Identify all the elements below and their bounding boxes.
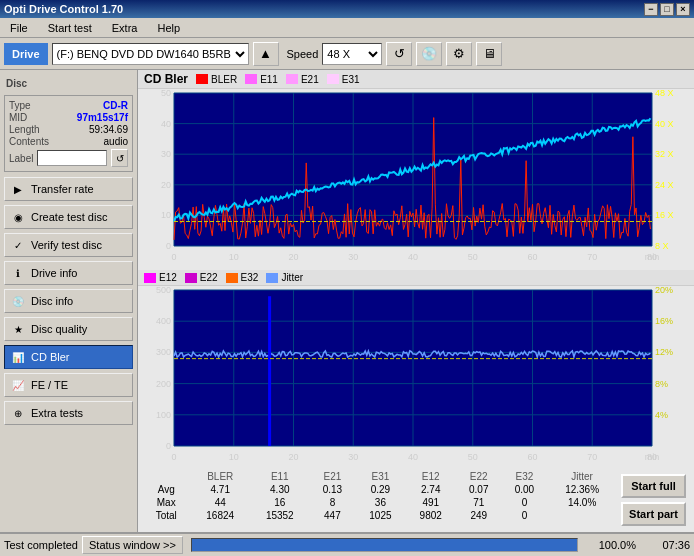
sidebar-item-cd-bler[interactable]: 📊 CD Bler [4,345,133,369]
drive-info-label: Drive info [31,267,77,279]
verify-test-icon: ✓ [11,238,25,252]
chart2-legend-jitter: Jitter [266,272,303,283]
chart1-title: CD Bler [144,72,188,86]
sidebar-item-disc-quality[interactable]: ★ Disc quality [4,317,133,341]
max-bler: 44 [190,496,250,509]
cd-bler-label: CD Bler [31,351,70,363]
max-e22: 71 [456,496,502,509]
start-part-button[interactable]: Start part [621,502,686,526]
col-header-e12: E12 [406,470,456,483]
progress-bar-fill [192,539,577,551]
e12-color [144,273,156,283]
table-row-avg: Avg 4.71 4.30 0.13 0.29 2.74 0.07 0.00 1… [142,483,617,496]
col-header-bler: BLER [190,470,250,483]
monitor-icon[interactable]: 🖥 [476,42,502,66]
length-value: 59:34.69 [89,124,128,135]
total-bler: 16824 [190,509,250,522]
sidebar-item-transfer-rate[interactable]: ▶ Transfer rate [4,177,133,201]
disc-icon[interactable]: 💿 [416,42,442,66]
close-button[interactable]: × [676,3,690,16]
title-bar: Opti Drive Control 1.70 − □ × [0,0,694,18]
settings-icon[interactable]: ⚙ [446,42,472,66]
max-label: Max [142,496,190,509]
refresh-icon[interactable]: ↺ [386,42,412,66]
disc-info-panel: Type CD-R MID 97m15s17f Length 59:34.69 … [4,95,133,172]
label-key: Label [9,153,33,164]
disc-info-icon: 💿 [11,294,25,308]
menu-extra[interactable]: Extra [106,20,144,36]
col-header-empty [142,470,190,483]
drive-label: Drive [4,43,48,65]
completed-text: Test completed [4,539,78,551]
drive-select[interactable]: (F:) BENQ DVD DD DW1640 B5RB [52,43,249,65]
e31-color [327,74,339,84]
menu-file[interactable]: File [4,20,34,36]
label-input[interactable] [37,150,107,166]
col-header-e31: E31 [355,470,405,483]
disc-quality-icon: ★ [11,322,25,336]
sidebar-item-create-test-disc[interactable]: ◉ Create test disc [4,205,133,229]
sidebar-item-fe-te[interactable]: 📈 FE / TE [4,373,133,397]
sidebar-item-drive-info[interactable]: ℹ Drive info [4,261,133,285]
bler-color [196,74,208,84]
total-e22: 249 [456,509,502,522]
avg-e31: 0.29 [355,483,405,496]
speed-select[interactable]: 48 X Max 4 X 8 X 16 X 24 X 32 X 40 X [322,43,382,65]
drive-info-icon: ℹ [11,266,25,280]
col-header-e22: E22 [456,470,502,483]
label-refresh-button[interactable]: ↺ [111,149,128,167]
table-row-max: Max 44 16 8 36 491 71 0 14.0% [142,496,617,509]
chart-area: CD Bler BLER E11 E21 E3 [138,70,694,532]
col-header-e21: E21 [310,470,356,483]
disc-quality-label: Disc quality [31,323,87,335]
minimize-button[interactable]: − [644,3,658,16]
verify-test-label: Verify test disc [31,239,102,251]
type-label: Type [9,100,31,111]
sidebar-item-disc-info[interactable]: 💿 Disc info [4,289,133,313]
chart2-legend-e22: E22 [185,272,218,283]
max-e11: 16 [250,496,310,509]
menu-start-test[interactable]: Start test [42,20,98,36]
e22-color [185,273,197,283]
chart2-header: E12 E22 E32 Jitter [138,270,694,286]
avg-e22: 0.07 [456,483,502,496]
total-e12: 9802 [406,509,456,522]
total-e21: 447 [310,509,356,522]
e21-color [286,74,298,84]
status-time: 07:36 [640,539,690,551]
extra-tests-icon: ⊕ [11,406,25,420]
total-e31: 1025 [355,509,405,522]
max-jitter: 14.0% [547,496,617,509]
cd-bler-icon: 📊 [11,350,25,364]
maximize-button[interactable]: □ [660,3,674,16]
app-title: Opti Drive Control 1.70 [4,3,123,15]
sidebar-item-extra-tests[interactable]: ⊕ Extra tests [4,401,133,425]
sidebar-item-verify-test-disc[interactable]: ✓ Verify test disc [4,233,133,257]
chart1-legend-e31: E31 [327,74,360,85]
avg-bler: 4.71 [190,483,250,496]
chart2-legend-e12: E12 [144,272,177,283]
max-e21: 8 [310,496,356,509]
max-e12: 491 [406,496,456,509]
col-header-e32: E32 [502,470,548,483]
toolbar: Drive (F:) BENQ DVD DD DW1640 B5RB ▲ Spe… [0,38,694,70]
avg-e21: 0.13 [310,483,356,496]
total-e11: 15352 [250,509,310,522]
transfer-rate-label: Transfer rate [31,183,94,195]
avg-e32: 0.00 [502,483,548,496]
disc-section-header: Disc [2,76,135,91]
stats-table: BLER E11 E21 E31 E12 E22 E32 Jitter Avg [142,470,617,522]
create-test-icon: ◉ [11,210,25,224]
menu-help[interactable]: Help [151,20,186,36]
chart1-header: CD Bler BLER E11 E21 E3 [138,70,694,89]
extra-tests-label: Extra tests [31,407,83,419]
start-full-button[interactable]: Start full [621,474,686,498]
mid-label: MID [9,112,27,123]
drive-arrow-icon[interactable]: ▲ [253,42,279,66]
fe-te-icon: 📈 [11,378,25,392]
total-label: Total [142,509,190,522]
status-window-button[interactable]: Status window >> [82,536,183,554]
fe-te-label: FE / TE [31,379,68,391]
speed-label: Speed [287,48,319,60]
chart1-legend-e21: E21 [286,74,319,85]
